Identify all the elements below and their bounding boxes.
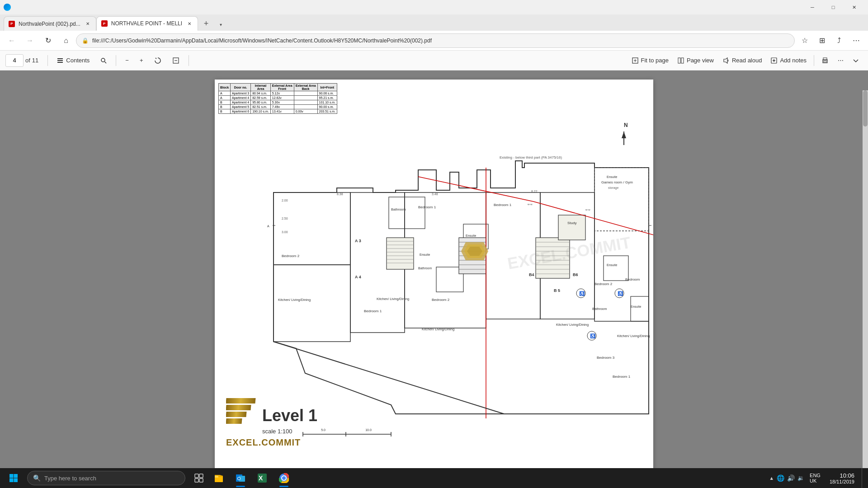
maximize-button[interactable]: □ xyxy=(823,0,844,15)
refresh-button[interactable]: ↻ xyxy=(40,33,56,49)
svg-text:Bedroom 1: Bedroom 1 xyxy=(418,205,436,209)
forward-button[interactable]: → xyxy=(22,33,38,49)
svg-text:A: A xyxy=(267,225,269,228)
existing-label: Existing - below third part (PA 3475/16) xyxy=(500,155,562,160)
svg-marker-121 xyxy=(467,247,482,256)
more-options-button[interactable]: ⋯ xyxy=(834,53,847,68)
separator-1 xyxy=(47,55,48,66)
pdf-tab-icon-2: P xyxy=(101,20,108,27)
table-row: A Apartment 3 80.94 s.m. 5.12v 90.06 s.m… xyxy=(219,91,337,96)
pdf-toolbar: of 11 Contents − + Fit to page xyxy=(0,51,868,70)
add-notes-icon xyxy=(771,57,777,64)
system-tray: ▲ 🌐 🔊 🔉 xyxy=(769,474,804,482)
search-pdf-button[interactable] xyxy=(97,53,110,68)
tab-dropdown-button[interactable]: ▾ xyxy=(214,18,227,31)
table-row: B Apartment 6 190.10 s.m. 13.41v 0.00v 2… xyxy=(219,109,337,114)
svg-text:3.48: 3.48 xyxy=(432,192,438,196)
svg-text:Bathroom: Bathroom xyxy=(418,267,432,270)
windows-logo-icon xyxy=(9,474,18,483)
svg-text:X: X xyxy=(259,474,263,482)
tab-northvale-002[interactable]: P NorthvalePoint (002).pd... ✕ xyxy=(4,16,96,31)
task-view-icon xyxy=(194,474,203,483)
svg-text:Study: Study xyxy=(567,221,576,225)
svg-text:10.0: 10.0 xyxy=(365,428,372,432)
table-header-intfront: Int+Front xyxy=(317,84,337,91)
scale-label: scale 1:100 xyxy=(262,428,292,435)
svg-text:3.00: 3.00 xyxy=(282,230,288,234)
show-hidden-icons[interactable]: ▲ xyxy=(769,475,774,481)
svg-text:Bedroom 2: Bedroom 2 xyxy=(432,298,450,302)
collections-button[interactable]: ⊞ xyxy=(814,33,830,49)
search-pdf-icon xyxy=(100,57,107,64)
svg-rect-124 xyxy=(9,479,14,483)
add-notes-button[interactable]: Add notes xyxy=(767,53,810,68)
excel-logo-icon xyxy=(226,398,260,448)
close-button[interactable]: ✕ xyxy=(844,0,864,15)
svg-rect-1 xyxy=(57,60,63,61)
svg-rect-127 xyxy=(199,474,203,478)
language-indicator[interactable]: ENG UK xyxy=(808,473,822,483)
file-explorer-button[interactable] xyxy=(209,468,229,488)
settings-button[interactable]: ⋯ xyxy=(848,33,864,49)
task-view-button[interactable] xyxy=(189,468,209,488)
network-icon[interactable]: 🌐 xyxy=(777,474,784,482)
expand-button[interactable] xyxy=(849,53,863,68)
scroll-thumb[interactable] xyxy=(863,90,868,127)
fit-to-page-button[interactable]: Fit to page xyxy=(628,53,672,68)
svg-rect-131 xyxy=(215,476,218,478)
zoom-in-button[interactable]: + xyxy=(136,53,147,68)
tab-close-2[interactable]: ✕ xyxy=(186,20,193,27)
rotate-button[interactable] xyxy=(151,53,165,68)
svg-text:B4: B4 xyxy=(529,272,534,277)
show-desktop-button[interactable] xyxy=(862,468,864,488)
volume-icon[interactable]: 🔊 xyxy=(787,474,795,482)
read-aloud-button[interactable]: Read aloud xyxy=(719,53,766,68)
print-button[interactable] xyxy=(818,53,832,68)
excel-button[interactable]: X xyxy=(252,468,272,488)
separator-4 xyxy=(814,55,814,66)
speaker-icon[interactable]: 🔉 xyxy=(797,475,804,481)
back-button[interactable]: ← xyxy=(4,33,20,49)
minimize-button[interactable]: ─ xyxy=(802,0,823,15)
start-button[interactable] xyxy=(4,468,24,488)
new-tab-button[interactable]: + xyxy=(198,16,214,31)
svg-marker-5 xyxy=(155,58,156,59)
outlook-button[interactable] xyxy=(231,468,250,488)
svg-rect-129 xyxy=(199,479,203,482)
favorites-button[interactable]: ☆ xyxy=(797,33,813,49)
taskbar-clock[interactable]: 10:06 18/11/2019 xyxy=(826,472,858,484)
share-button[interactable]: ⤴ xyxy=(831,33,847,49)
contents-button[interactable]: Contents xyxy=(53,53,93,68)
taskbar-search-bar[interactable]: 🔍 Type here to search xyxy=(27,471,185,485)
address-lock-icon: 🔒 xyxy=(82,38,89,44)
svg-rect-122 xyxy=(9,474,14,478)
page-view-button[interactable]: Page view xyxy=(674,53,717,68)
svg-rect-43 xyxy=(387,238,414,269)
tab-close-1[interactable]: ✕ xyxy=(84,20,91,28)
chrome-button[interactable] xyxy=(274,468,294,488)
contents-label: Contents xyxy=(66,57,90,64)
tab-northvale-melli[interactable]: P NORTHVALE POINT - MELLI ✕ xyxy=(96,16,198,31)
svg-text:B6: B6 xyxy=(573,272,578,277)
svg-point-3 xyxy=(101,58,105,62)
scrollbar[interactable] xyxy=(863,90,868,488)
print-icon xyxy=(821,57,829,64)
svg-rect-128 xyxy=(195,479,198,482)
page-of-label: of xyxy=(25,57,30,64)
file-explorer-icon xyxy=(214,473,224,483)
svg-text:Kitchen/ Living/Dining: Kitchen/ Living/Dining xyxy=(556,323,589,327)
svg-text:w-w: w-w xyxy=(527,203,533,206)
fit-width-button[interactable] xyxy=(169,53,183,68)
svg-text:Bedroom 2: Bedroom 2 xyxy=(282,254,300,258)
svg-text:w-w: w-w xyxy=(585,208,590,211)
taskbar-search-placeholder: Type here to search xyxy=(44,475,96,482)
address-bar[interactable]: 🔒 file:///C:/Users/Godwin%20Darmanin/App… xyxy=(76,33,795,48)
browser-icon xyxy=(4,4,11,11)
page-number-input[interactable] xyxy=(5,54,24,67)
svg-text:Ensuite: Ensuite xyxy=(466,234,476,237)
svg-rect-125 xyxy=(14,479,18,483)
zoom-out-button[interactable]: − xyxy=(122,53,132,68)
home-button[interactable]: ⌂ xyxy=(58,33,74,49)
navigation-bar: ← → ↻ ⌂ 🔒 file:///C:/Users/Godwin%20Darm… xyxy=(0,31,868,51)
outlook-icon xyxy=(236,473,245,483)
